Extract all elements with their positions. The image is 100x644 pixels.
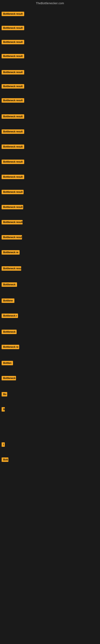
- bottleneck-badge-12[interactable]: Bottleneck result: [1, 175, 24, 179]
- bottleneck-badge-16[interactable]: Bottleneck result: [1, 235, 22, 240]
- bottleneck-item-27: B: [1, 407, 5, 412]
- bottleneck-item-21: Bottleneck r: [1, 314, 18, 319]
- bottleneck-item-2: Bottleneck result: [1, 26, 24, 31]
- bottleneck-badge-6[interactable]: Bottleneck result: [1, 84, 24, 88]
- bottleneck-item-9: Bottleneck result: [1, 130, 24, 135]
- bottleneck-item-29: I: [1, 442, 5, 448]
- bottleneck-badge-15[interactable]: Bottleneck result: [1, 220, 23, 224]
- bottleneck-badge-11[interactable]: Bottleneck result: [1, 160, 24, 164]
- bottleneck-badge-14[interactable]: Bottleneck result: [1, 205, 23, 209]
- bottleneck-item-16: Bottleneck result: [1, 235, 22, 240]
- bottleneck-badge-5[interactable]: Bottleneck result: [1, 70, 24, 74]
- bottleneck-item-6: Bottleneck result: [1, 84, 24, 89]
- bottleneck-badge-27[interactable]: B: [1, 407, 5, 412]
- bottleneck-badge-9[interactable]: Bottleneck result: [1, 130, 24, 134]
- bottleneck-badge-25[interactable]: Bottleneck: [1, 376, 16, 380]
- bottleneck-item-26: Bo: [1, 392, 7, 397]
- bottleneck-badge-29[interactable]: I: [1, 442, 5, 447]
- bottleneck-item-24: Bottlen: [1, 361, 13, 366]
- items-container: Bottleneck resultBottleneck resultBottle…: [0, 6, 100, 610]
- site-title: TheBottlenecker.com: [0, 0, 100, 6]
- bottleneck-item-12: Bottleneck result: [1, 175, 24, 180]
- bottleneck-badge-2[interactable]: Bottleneck result: [1, 26, 24, 30]
- bottleneck-item-18: Bottleneck resul: [1, 266, 21, 272]
- bottleneck-badge-23[interactable]: Bottleneck re: [1, 345, 19, 349]
- bottleneck-badge-18[interactable]: Bottleneck resul: [1, 266, 21, 271]
- bottleneck-badge-22[interactable]: Bottleneck: [1, 330, 17, 334]
- bottleneck-item-15: Bottleneck result: [1, 220, 23, 225]
- bottleneck-badge-4[interactable]: Bottleneck result: [1, 54, 24, 58]
- bottleneck-badge-20[interactable]: Bottlene: [1, 298, 14, 303]
- bottleneck-item-13: Bottleneck result: [1, 190, 24, 195]
- bottleneck-badge-21[interactable]: Bottleneck r: [1, 314, 18, 318]
- bottleneck-item-19: Bottleneck: [1, 282, 17, 288]
- bottleneck-item-5: Bottleneck result: [1, 70, 24, 75]
- bottleneck-badge-13[interactable]: Bottleneck result: [1, 190, 24, 194]
- bottleneck-badge-24[interactable]: Bottlen: [1, 361, 13, 365]
- bottleneck-item-22: Bottleneck: [1, 330, 17, 335]
- bottleneck-badge-30[interactable]: Bott: [1, 458, 8, 462]
- bottleneck-badge-19[interactable]: Bottleneck: [1, 282, 17, 287]
- bottleneck-badge-7[interactable]: Bottleneck result: [1, 98, 24, 103]
- page-container: TheBottlenecker.com Bottleneck resultBot…: [0, 0, 100, 644]
- bottleneck-item-3: Bottleneck result: [1, 40, 24, 45]
- bottleneck-item-14: Bottleneck result: [1, 205, 23, 210]
- bottleneck-badge-8[interactable]: Bottleneck result: [1, 114, 24, 119]
- bottleneck-item-7: Bottleneck result: [1, 98, 24, 104]
- bottleneck-badge-3[interactable]: Bottleneck result: [1, 40, 24, 44]
- bottleneck-badge-10[interactable]: Bottleneck result: [1, 144, 24, 149]
- bottleneck-item-8: Bottleneck result: [1, 114, 24, 120]
- bottleneck-item-20: Bottlene: [1, 298, 14, 304]
- bottleneck-item-11: Bottleneck result: [1, 160, 24, 165]
- bottleneck-badge-1[interactable]: Bottleneck result: [1, 12, 24, 16]
- bottleneck-badge-26[interactable]: Bo: [1, 392, 7, 396]
- bottleneck-item-23: Bottleneck re: [1, 345, 19, 350]
- bottleneck-item-1: Bottleneck result: [1, 12, 24, 17]
- bottleneck-item-17: Bottleneck re: [1, 250, 20, 256]
- bottleneck-item-4: Bottleneck result: [1, 54, 24, 59]
- bottleneck-item-30: Bott: [1, 458, 8, 463]
- bottleneck-item-25: Bottleneck: [1, 376, 16, 381]
- bottleneck-item-10: Bottleneck result: [1, 144, 24, 150]
- bottleneck-badge-17[interactable]: Bottleneck re: [1, 250, 20, 254]
